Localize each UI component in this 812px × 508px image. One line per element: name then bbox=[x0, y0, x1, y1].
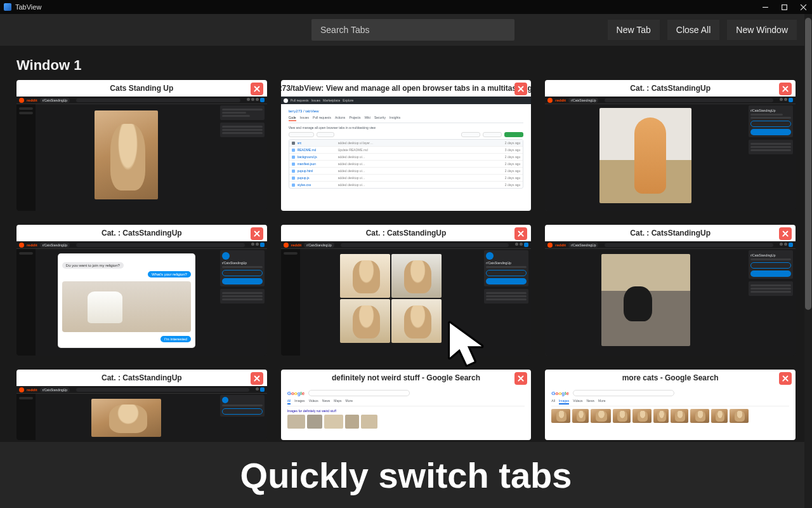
tab-close-button[interactable] bbox=[514, 227, 527, 240]
tab-card[interactable]: more cats - Google Search Google AllImag… bbox=[545, 370, 796, 440]
tab-close-button[interactable] bbox=[251, 372, 263, 385]
tab-card[interactable]: Cat. : CatsStandingUp redditr/CatsStandi… bbox=[545, 225, 796, 356]
window-titlebar: TabView bbox=[0, 0, 812, 14]
close-all-button[interactable]: Close All bbox=[667, 20, 719, 40]
tab-card[interactable]: Cat. : CatsStandingUp redditr/CatsStandi… bbox=[281, 225, 532, 356]
google-logo: Google bbox=[287, 391, 305, 396]
tab-card[interactable]: Cats Standing Up redditr/CatsStandingUp bbox=[16, 80, 267, 211]
tab-title: Cat. : CatsStandingUp bbox=[281, 225, 532, 241]
tab-close-button[interactable] bbox=[779, 83, 792, 95]
app-icon bbox=[4, 3, 11, 11]
search-field-wrap[interactable] bbox=[311, 19, 514, 41]
tab-close-button[interactable] bbox=[251, 227, 263, 240]
tab-title: Cat. : CatsStandingUp bbox=[545, 225, 796, 241]
tab-thumbnail: redditr/CatsStandingUp r/CatsStandingUp bbox=[281, 241, 532, 356]
tab-title: more cats - Google Search bbox=[545, 370, 796, 386]
tab-thumbnail: redditr/CatsStandingUp bbox=[16, 386, 267, 440]
window-close-button[interactable] bbox=[799, 3, 807, 11]
tab-card[interactable]: definitely not weird stuff - Google Sear… bbox=[281, 370, 532, 440]
tab-title: definitely not weird stuff - Google Sear… bbox=[281, 370, 532, 386]
svg-rect-1 bbox=[782, 4, 787, 10]
tab-close-button[interactable] bbox=[514, 83, 527, 95]
tab-card[interactable]: Cat. : CatsStandingUp redditr/CatsStandi… bbox=[16, 225, 267, 356]
window-minimize-button[interactable] bbox=[761, 3, 769, 11]
tab-title: Cat. : CatsStandingUp bbox=[545, 80, 796, 97]
tab-thumbnail: redditr/CatsStandingUp r/CatsStandingUp bbox=[545, 97, 796, 211]
search-input[interactable] bbox=[320, 25, 506, 35]
tab-card[interactable]: Cat. : CatsStandingUp redditr/CatsStandi… bbox=[16, 370, 267, 440]
tab-thumbnail: Google AllImagesVideosNewsMore bbox=[545, 386, 796, 440]
tabs-grid: Cats Standing Up redditr/CatsStandingUp … bbox=[0, 80, 812, 440]
tab-close-button[interactable] bbox=[514, 372, 527, 385]
tab-title: Cat. : CatsStandingUp bbox=[16, 370, 267, 386]
tab-thumbnail: redditr/CatsStandingUp Do you want to jo… bbox=[16, 241, 267, 356]
scrollbar-thumb[interactable] bbox=[805, 18, 811, 310]
promo-caption: Quickly switch tabs bbox=[0, 442, 812, 508]
tab-thumbnail: redditr/CatsStandingUp bbox=[16, 97, 267, 211]
google-logo: Google bbox=[551, 391, 569, 396]
app-name: TabView bbox=[15, 3, 41, 11]
new-window-button[interactable]: New Window bbox=[727, 20, 797, 40]
tab-title: larry273/tabView: View and manage all op… bbox=[281, 80, 532, 97]
new-tab-button[interactable]: New Tab bbox=[608, 20, 660, 40]
tab-card[interactable]: Cat. : CatsStandingUp redditr/CatsStandi… bbox=[545, 80, 796, 211]
tab-title: Cats Standing Up bbox=[16, 80, 267, 97]
tab-title: Cat. : CatsStandingUp bbox=[16, 225, 267, 241]
tab-close-button[interactable] bbox=[779, 372, 792, 385]
vertical-scrollbar[interactable] bbox=[804, 14, 812, 508]
tab-close-button[interactable] bbox=[779, 227, 792, 240]
tab-thumbnail: redditr/CatsStandingUp r/CatsStandingUp bbox=[545, 241, 796, 356]
tab-card[interactable]: larry273/tabView: View and manage all op… bbox=[281, 80, 532, 211]
window-group-title: Window 1 bbox=[0, 46, 812, 80]
tab-thumbnail: Google AllImagesVideosNewsMapsMore Image… bbox=[281, 386, 532, 440]
tab-close-button[interactable] bbox=[251, 83, 263, 95]
window-maximize-button[interactable] bbox=[780, 3, 788, 11]
tab-thumbnail: Pull requestsIssuesMarketplaceExplore la… bbox=[281, 97, 532, 211]
toolbar: New Tab Close All New Window bbox=[0, 14, 812, 46]
